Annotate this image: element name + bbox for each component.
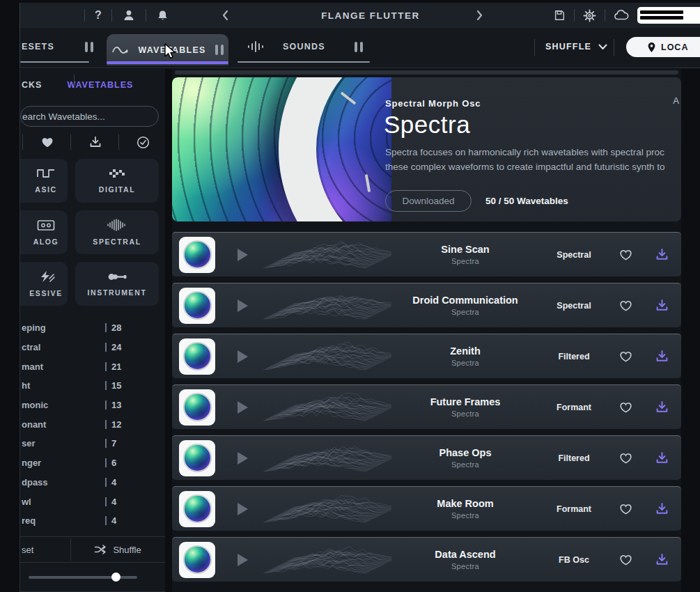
- tag-filter-item[interactable]: req 4: [20, 511, 165, 531]
- tag-filter-item[interactable]: onant 12: [20, 414, 165, 434]
- play-icon[interactable]: [238, 249, 248, 261]
- wavetable-row[interactable]: Phase Ops Spectra Filtered: [172, 435, 681, 480]
- play-icon[interactable]: [238, 299, 248, 312]
- user-icon[interactable]: [122, 8, 136, 22]
- divider: [70, 134, 71, 150]
- tag-separator: [105, 400, 107, 410]
- wavetable-row[interactable]: Sine Scan Spectra Spectral: [172, 232, 681, 276]
- wavetable-pack: Spectra: [451, 410, 479, 418]
- play-icon[interactable]: [238, 503, 248, 515]
- prev-preset-button[interactable]: [221, 3, 231, 28]
- reset-filters-button[interactable]: set: [22, 537, 33, 562]
- download-button[interactable]: [642, 248, 681, 261]
- divider: [118, 134, 119, 150]
- category-tile-spectral[interactable]: SPECTRAL: [75, 210, 159, 254]
- category-tile-analog[interactable]: ALOG: [20, 210, 68, 254]
- download-icon: [655, 502, 669, 515]
- pack-swirl-icon: [183, 545, 212, 574]
- wavetable-title-block: Sine Scan Spectra: [391, 244, 539, 265]
- category-tile-instrument[interactable]: INSTRUMENT: [75, 262, 159, 306]
- bell-icon[interactable]: [156, 9, 169, 22]
- local-library-button[interactable]: LOCA: [626, 37, 700, 57]
- category-tile-basic[interactable]: ASIC: [20, 159, 68, 203]
- divider: [84, 9, 85, 22]
- tag-separator: [105, 362, 107, 371]
- downloaded-button[interactable]: Downloaded: [385, 190, 472, 212]
- pause-icon[interactable]: [85, 42, 93, 52]
- category-tile-aggressive[interactable]: ESSIVE: [20, 262, 68, 306]
- tag-filter-item[interactable]: wl 4: [20, 492, 165, 511]
- favorite-button[interactable]: [609, 451, 642, 465]
- tab-presets-underline: [20, 61, 89, 63]
- tab-sounds-underline: [238, 61, 370, 63]
- download-button[interactable]: [642, 350, 681, 363]
- wavetable-row[interactable]: Droid Communication Spectra Spectral: [172, 283, 681, 327]
- download-button[interactable]: [642, 553, 681, 566]
- tag-filter-item[interactable]: eping 28: [20, 318, 165, 338]
- settings-gear-icon[interactable]: [583, 9, 596, 22]
- tag-filter-item[interactable]: ser 7: [20, 434, 165, 453]
- installed-filter-button[interactable]: [129, 132, 157, 152]
- play-icon[interactable]: [238, 452, 248, 465]
- wavetable-row[interactable]: Data Ascend Spectra FB Osc: [172, 537, 681, 582]
- play-icon[interactable]: [238, 401, 248, 414]
- sort-mode-dropdown[interactable]: SHUFFLE: [545, 28, 607, 65]
- sidebar-tab-wavetables[interactable]: WAVETABLES: [67, 80, 133, 90]
- topbar-right-icons: [553, 3, 638, 28]
- tag-count: 7: [111, 438, 116, 449]
- tag-filter-item[interactable]: mant 21: [20, 357, 165, 376]
- favorite-button[interactable]: [609, 248, 642, 261]
- tag-filter-item[interactable]: dpass 4: [20, 473, 165, 492]
- shuffle-button[interactable]: Shuffle: [70, 537, 165, 562]
- wavetable-title: Future Frames: [430, 396, 501, 407]
- help-icon[interactable]: ?: [95, 9, 102, 22]
- pack-swirl-icon: [183, 291, 212, 320]
- download-icon: [655, 299, 669, 312]
- favorite-button[interactable]: [609, 553, 642, 566]
- wavetable-row[interactable]: Make Room Spectra Formant: [172, 486, 681, 531]
- wavetable-row[interactable]: Zenith Spectra Filtered: [172, 334, 681, 378]
- tag-filter-item[interactable]: ctral 24: [20, 338, 165, 357]
- sort-mode-label: SHUFFLE: [545, 42, 591, 52]
- slider-track[interactable]: [29, 576, 137, 579]
- play-icon[interactable]: [238, 350, 248, 363]
- preset-title[interactable]: FLANGE FLUTTER: [247, 3, 495, 28]
- tab-sounds[interactable]: SOUNDS: [247, 28, 363, 65]
- favorite-button[interactable]: [609, 299, 642, 312]
- slider-knob[interactable]: [111, 572, 120, 582]
- category-tile-digital[interactable]: DIGITAL: [75, 159, 159, 203]
- tab-presets[interactable]: ESETS: [22, 28, 93, 65]
- previous-card-edge: [175, 70, 678, 75]
- download-button[interactable]: [642, 299, 681, 312]
- topbar-left-icons: ?: [84, 3, 169, 28]
- wavetable-category: Spectral: [539, 250, 609, 260]
- tag-filter-item[interactable]: nger 6: [20, 453, 165, 473]
- favorite-button[interactable]: [609, 350, 642, 363]
- save-icon[interactable]: [553, 9, 566, 22]
- cover-art-ring: [279, 77, 391, 221]
- next-preset-button[interactable]: [474, 3, 484, 28]
- pack-swirl-icon: [183, 494, 212, 523]
- pause-icon[interactable]: [355, 42, 363, 52]
- search-input[interactable]: [20, 106, 159, 127]
- download-icon: [655, 553, 669, 566]
- heart-icon: [619, 451, 633, 465]
- download-button[interactable]: [642, 502, 681, 515]
- wavetable-pack: Spectra: [451, 359, 479, 367]
- pack-swirl-icon: [183, 444, 212, 472]
- downloaded-filter-button[interactable]: [81, 132, 109, 152]
- download-button[interactable]: [642, 400, 681, 414]
- sound-bars-icon: [247, 40, 265, 54]
- tag-filter-item[interactable]: ht 15: [20, 376, 165, 396]
- wavetable-row[interactable]: Future Frames Spectra Formant: [172, 384, 681, 429]
- sidebar-tab-packs[interactable]: CKS: [22, 80, 42, 90]
- tag-count: 15: [111, 380, 121, 391]
- favorite-button[interactable]: [609, 400, 642, 414]
- download-button[interactable]: [642, 451, 681, 465]
- favorite-button[interactable]: [609, 502, 642, 515]
- pause-icon[interactable]: [215, 45, 224, 55]
- tag-filter-item[interactable]: monic 13: [20, 396, 165, 415]
- cloud-icon[interactable]: [614, 9, 629, 22]
- favorites-filter-button[interactable]: [33, 132, 61, 152]
- play-icon[interactable]: [238, 554, 248, 566]
